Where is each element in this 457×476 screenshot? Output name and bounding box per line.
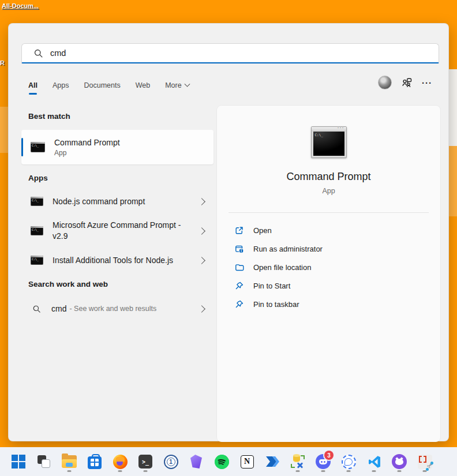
web-search-query: cmd <box>51 304 66 313</box>
list-item-nodejs-command-prompt[interactable]: C:\_ Node.js command prompt <box>21 189 213 214</box>
vscode-button[interactable] <box>362 450 385 473</box>
list-item-label: Install Additional Tools for Node.js <box>53 255 189 266</box>
best-match-header: Best match <box>28 112 70 121</box>
background-window-sliver <box>448 69 457 146</box>
feedback-icon[interactable] <box>401 77 413 88</box>
desktop-shortcut-label-partial[interactable]: R <box>0 59 5 66</box>
command-prompt-icon: C:\_ <box>31 256 43 265</box>
open-icon <box>234 226 244 235</box>
power-automate-button[interactable] <box>261 450 284 473</box>
obsidian-icon <box>190 455 202 468</box>
pin-to-taskbar-icon <box>234 299 244 309</box>
user-avatar[interactable] <box>378 76 392 89</box>
running-indicator <box>144 470 148 472</box>
list-item-azure-command-prompt[interactable]: C:\_ Microsoft Azure Command Prompt - v2… <box>21 214 213 248</box>
desktop-shortcut-label[interactable]: All-Docum... <box>2 2 39 9</box>
pin-to-taskbar-button[interactable]: Pin to taskbar <box>234 295 429 313</box>
best-match-subtitle: App <box>54 149 120 157</box>
microsoft-store-button[interactable] <box>83 450 106 473</box>
signal-button[interactable] <box>337 450 360 473</box>
notion-icon: N <box>241 455 254 468</box>
run-as-administrator-button[interactable]: Run as administrator <box>234 239 429 258</box>
list-item-install-tools-nodejs[interactable]: C:\_ Install Additional Tools for Node.j… <box>21 248 213 273</box>
sharex-icon: ✂ <box>418 455 432 469</box>
result-detail-panel: C:\_ Command Prompt App Open Run as a <box>217 106 440 442</box>
chevron-right-icon[interactable] <box>198 198 205 205</box>
file-explorer-icon <box>62 455 77 468</box>
command-prompt-icon: C:\_ <box>31 142 45 152</box>
action-label: Pin to Start <box>253 282 290 290</box>
command-prompt-icon: C:\_ <box>31 226 43 235</box>
open-file-location-button[interactable]: Open file location <box>234 258 429 276</box>
divider <box>228 212 429 213</box>
tab-all[interactable]: All <box>28 79 38 92</box>
onepassword-icon: 1 <box>164 455 178 469</box>
obsidian-button[interactable] <box>185 450 208 473</box>
best-match-result[interactable]: C:\_ Command Prompt App <box>21 130 213 164</box>
running-indicator <box>372 470 376 472</box>
power-automate-icon <box>265 455 280 468</box>
apps-header: Apps <box>28 174 48 182</box>
action-label: Run as administrator <box>253 245 323 253</box>
tab-apps[interactable]: Apps <box>53 79 69 92</box>
run-as-admin-icon <box>234 244 244 254</box>
tab-more-label: More <box>165 81 181 89</box>
file-explorer-button[interactable] <box>58 450 81 473</box>
open-button[interactable]: Open <box>234 221 429 239</box>
firefox-icon <box>113 455 128 469</box>
background-highlight-left <box>0 107 8 153</box>
list-item-label: Microsoft Azure Command Prompt - v2.9 <box>53 220 189 242</box>
onepassword-button[interactable]: 1 <box>159 450 182 473</box>
sharex-button[interactable]: ✂ <box>413 450 436 473</box>
overflow-menu-icon[interactable]: ··· <box>422 78 432 88</box>
running-indicator <box>321 470 325 472</box>
detail-title: Command Prompt <box>217 171 440 183</box>
task-view-button[interactable] <box>32 450 55 473</box>
signal-icon <box>342 455 356 469</box>
start-button[interactable] <box>7 450 30 473</box>
pin-to-start-icon <box>234 281 244 291</box>
web-search-hint: - See work and web results <box>69 305 156 313</box>
search-filter-tabs: All Apps Documents Web More <box>28 77 189 94</box>
command-prompt-icon-large: C:\_ <box>311 126 347 158</box>
sql-tools-button[interactable] <box>286 450 309 473</box>
apps-list: C:\_ Node.js command prompt C:\_ Microso… <box>21 189 213 273</box>
desktop: { "colors": { "accent": "#0067c0", "desk… <box>0 0 457 476</box>
github-desktop-button[interactable] <box>388 450 411 473</box>
running-indicator <box>296 470 300 472</box>
tab-documents[interactable]: Documents <box>84 79 120 92</box>
windows-terminal-button[interactable]: >_ <box>134 450 157 473</box>
running-indicator <box>68 470 72 472</box>
spotify-button[interactable] <box>210 450 233 473</box>
chevron-right-icon[interactable] <box>198 257 205 264</box>
search-icon <box>33 48 43 58</box>
microsoft-store-icon <box>88 456 102 469</box>
notion-button[interactable]: N <box>235 450 259 473</box>
tab-more[interactable]: More <box>165 79 189 92</box>
chevron-right-icon[interactable] <box>198 305 205 313</box>
web-search-result[interactable]: cmd - See work and web results <box>21 296 213 321</box>
action-list: Open Run as administrator Open file loca… <box>234 221 429 313</box>
header-icons: ··· <box>378 76 432 89</box>
pin-to-start-button[interactable]: Pin to Start <box>234 276 429 295</box>
open-file-location-icon <box>234 263 244 272</box>
firefox-button[interactable] <box>108 450 132 473</box>
discord-button[interactable]: 3 <box>312 450 335 473</box>
search-input[interactable]: cmd <box>21 43 439 63</box>
search-icon <box>32 305 41 313</box>
chevron-right-icon[interactable] <box>198 227 205 235</box>
action-label: Open file location <box>253 263 311 272</box>
detail-subtitle: App <box>217 187 440 195</box>
action-label: Pin to taskbar <box>253 300 299 309</box>
background-highlight-right <box>448 146 457 216</box>
notification-badge: 3 <box>324 451 334 460</box>
taskbar: >_ 1 N 3 <box>0 447 457 476</box>
running-indicator <box>398 470 402 472</box>
task-view-icon <box>37 455 51 468</box>
search-web-header: Search work and web <box>28 280 108 288</box>
command-prompt-icon: C:\_ <box>31 197 43 206</box>
action-label: Open <box>253 226 272 235</box>
search-flyout: cmd All Apps Documents Web More ··· Best… <box>8 23 449 441</box>
sql-tools-icon <box>290 454 305 469</box>
tab-web[interactable]: Web <box>136 79 150 92</box>
